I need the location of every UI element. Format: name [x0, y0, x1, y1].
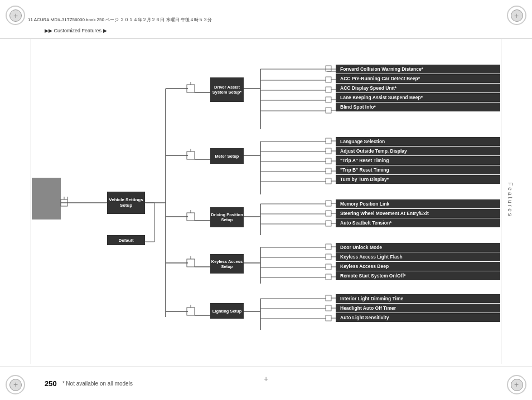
cross-bottom-center: + [264, 374, 268, 383]
svg-rect-96 [326, 305, 331, 311]
features-block [32, 178, 61, 219]
page-number: 250 [45, 379, 57, 388]
driver-assist-items: Forward Collision Warning Distance* ACC … [336, 65, 500, 112]
menu-item-trip-b: "Trip B" Reset Timing [336, 165, 500, 174]
diagram-container: Vehicle Settings Setup Default Driver As… [26, 58, 506, 348]
svg-rect-9 [187, 85, 195, 92]
svg-rect-34 [326, 66, 331, 71]
svg-rect-71 [326, 211, 331, 216]
svg-rect-63 [326, 178, 331, 184]
svg-rect-60 [326, 168, 331, 174]
menu-item-lka: Lane Keeping Assist Suspend Beep* [336, 93, 500, 102]
keyless-access-box: Keyless Access Setup [210, 254, 244, 274]
svg-rect-1 [61, 199, 67, 206]
svg-rect-88 [326, 274, 331, 280]
menu-item-headlight: Headlight Auto Off Timer [336, 304, 500, 313]
svg-rect-93 [326, 295, 331, 301]
vehicle-settings-box: Vehicle Settings Setup [107, 192, 145, 214]
driving-position-box: Driving Position Setup [210, 207, 244, 227]
svg-rect-68 [326, 201, 331, 206]
breadcrumb: ▶▶ Customized Features ▶ [45, 28, 107, 33]
svg-rect-17 [187, 213, 195, 221]
menu-item-language: Language Selection [336, 137, 500, 146]
menu-item-keyless-beep: Keyless Access Beep [336, 262, 500, 271]
header-file-info: 11 ACURA MDX-31TZ56000.book 250 ページ ２０１４… [28, 17, 504, 23]
svg-rect-21 [187, 259, 195, 267]
lighting-setup-box: Lighting Setup [210, 303, 244, 319]
menu-item-acc-speed: ACC Display Speed Unit* [336, 84, 500, 92]
menu-item-memory-position: Memory Position Link [336, 199, 500, 208]
menu-item-steering-wheel: Steering Wheel Movement At Entry/Exit [336, 209, 500, 218]
diagram-area: Vehicle Settings Setup Default Driver As… [0, 42, 532, 364]
svg-rect-37 [326, 77, 331, 82]
driving-position-items: Memory Position Link Steering Wheel Move… [336, 199, 500, 228]
breadcrumb-suffix: ▶ [103, 28, 107, 33]
driver-assist-box: Driver Assist System Setup* [210, 77, 244, 102]
menu-item-outside-temp: Adjust Outside Temp. Display [336, 147, 500, 155]
svg-rect-99 [326, 315, 331, 321]
menu-item-keyless-light: Keyless Access Light Flash [336, 252, 500, 261]
meter-setup-box: Meter Setup [210, 148, 244, 164]
svg-rect-13 [187, 152, 195, 159]
svg-rect-74 [326, 221, 331, 226]
svg-rect-25 [187, 308, 195, 315]
menu-item-acc-beep: ACC Pre-Running Car Detect Beep* [336, 74, 500, 83]
svg-rect-51 [326, 138, 331, 144]
menu-item-interior-light: Interior Light Dimming Time [336, 294, 500, 303]
svg-rect-82 [326, 254, 331, 260]
header: 11 ACURA MDX-31TZ56000.book 250 ページ ２０１４… [0, 0, 532, 39]
svg-rect-40 [326, 87, 331, 92]
svg-rect-79 [326, 244, 331, 250]
lighting-items: Interior Light Dimming Time Headlight Au… [336, 294, 500, 323]
menu-item-remote-start: Remote Start System On/Off* [336, 271, 500, 280]
breadcrumb-arrows: ▶▶ [45, 28, 52, 33]
footer-note: * Not available on all models [62, 381, 133, 387]
menu-item-door-unlock: Door Unlock Mode [336, 243, 500, 252]
keyless-access-items: Door Unlock Mode Keyless Access Light Fl… [336, 243, 500, 281]
svg-rect-43 [326, 97, 331, 103]
menu-item-fcw: Forward Collision Warning Distance* [336, 65, 500, 74]
meter-items: Language Selection Adjust Outside Temp. … [336, 137, 500, 184]
svg-rect-46 [326, 108, 331, 113]
default-box: Default [107, 235, 145, 245]
svg-rect-85 [326, 264, 331, 270]
menu-item-seatbelt: Auto Seatbelt Tension* [336, 218, 500, 227]
menu-item-blind-spot: Blind Spot Info* [336, 103, 500, 111]
menu-item-turn-by-turn: Turn by Turn Display* [336, 175, 500, 184]
menu-item-auto-light: Auto Light Sensitivity [336, 313, 500, 322]
svg-rect-54 [326, 148, 331, 154]
svg-rect-57 [326, 158, 331, 164]
menu-item-trip-a: "Trip A" Reset Timing [336, 156, 500, 165]
breadcrumb-label: Customized Features [54, 28, 102, 33]
footer: 250 * Not available on all models [0, 367, 532, 400]
